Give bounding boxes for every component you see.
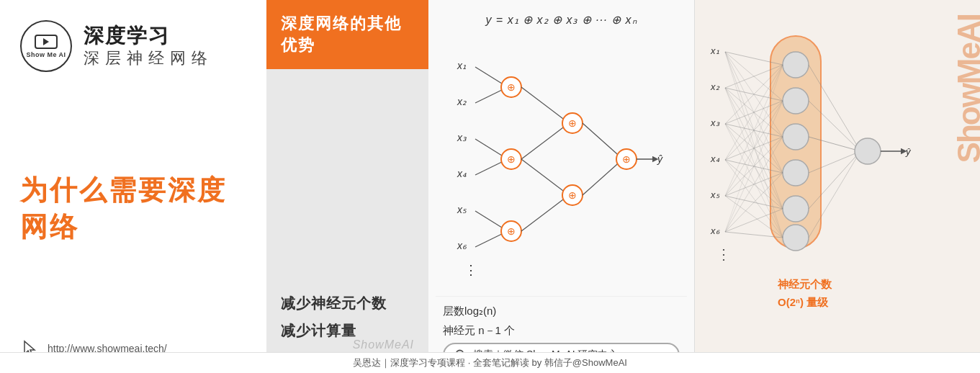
svg-point-46: [783, 160, 809, 186]
svg-point-45: [783, 124, 809, 150]
svg-point-48: [783, 225, 809, 251]
svg-text:O(2ⁿ) 量级: O(2ⁿ) 量级: [778, 296, 829, 308]
play-triangle-icon: [43, 38, 49, 45]
svg-text:x₃: x₃: [710, 117, 720, 128]
svg-text:x₄: x₄: [457, 168, 467, 179]
svg-text:ŷ: ŷ: [657, 153, 663, 165]
brand-title-line1: 深度学习: [84, 24, 213, 48]
svg-line-20: [521, 123, 569, 159]
svg-line-27: [583, 123, 623, 159]
svg-text:⊕: ⊕: [622, 153, 631, 165]
svg-line-22: [521, 159, 569, 195]
layer-count-label: 层数log₂(n): [443, 301, 680, 320]
caption-text: 吴恩达｜深度学习专项课程 · 全套笔记解读 by 韩信子@ShowMeAI: [353, 356, 627, 369]
svg-text:x₄: x₄: [710, 153, 720, 164]
svg-point-47: [783, 196, 809, 222]
svg-text:x₅: x₅: [457, 204, 467, 215]
brand-title-line2: 深层神经网络: [84, 48, 213, 69]
svg-text:ŷ: ŷ: [905, 146, 912, 157]
tree-diagram: x₁ x₂ x₃ x₄ x₅ x₆ ⋮ ⊕ ⊕: [436, 30, 687, 296]
page-wrapper: Show Me AI 深度学习 深层神经网络 为什么需要深度网络 http://…: [0, 0, 980, 373]
formula-display: y = x₁ ⊕ x₂ ⊕ x₃ ⊕ ··· ⊕ xₙ: [485, 14, 637, 26]
logo-area: Show Me AI 深度学习 深层神经网络: [20, 20, 213, 72]
svg-line-19: [521, 87, 569, 123]
svg-point-43: [783, 52, 809, 78]
xor-tree-svg: x₁ x₂ x₃ x₄ x₅ x₆ ⋮ ⊕ ⊕: [436, 30, 688, 289]
logo-text: Show Me AI: [26, 51, 66, 58]
svg-text:神经元个数: 神经元个数: [777, 278, 832, 290]
svg-text:⊕: ⊕: [568, 189, 577, 201]
neuron-label: 神经元 n－1 个: [443, 324, 515, 336]
svg-text:x₂: x₂: [710, 81, 720, 92]
advantage-title: 深度网络的其他优势: [281, 13, 414, 56]
svg-text:x₂: x₂: [457, 96, 467, 107]
benefit-list: 减少神经元个数 减少计算量: [281, 289, 414, 344]
formula-text: y = x₁ ⊕ x₂ ⊕ x₃ ⊕ ··· ⊕ xₙ: [485, 13, 637, 27]
svg-text:x₃: x₃: [457, 132, 467, 143]
middle-body: 减少神经元个数 减少计算量 ShowMeAI: [266, 69, 428, 373]
neural-network-svg: x₁ x₂ x₃ x₄ x₅ x₆ ⋮: [695, 0, 968, 331]
svg-text:⋮: ⋮: [716, 246, 731, 262]
svg-text:x₁: x₁: [710, 45, 719, 56]
svg-text:x₆: x₆: [710, 225, 720, 236]
benefit-item-1: 减少神经元个数: [281, 289, 414, 317]
middle-watermark: ShowMeAI: [353, 338, 414, 351]
neuron-count-label: 神经元 n－1 个: [443, 320, 680, 340]
middle-header: 深度网络的其他优势: [266, 0, 428, 69]
logo-icon: [35, 35, 58, 49]
svg-text:⋮: ⋮: [464, 263, 477, 277]
svg-text:x₆: x₆: [457, 240, 467, 251]
svg-text:⊕: ⊕: [507, 225, 516, 237]
right-panel: ShowMeAI x₁ x₂ x₃ x₄ x₅ x₆ ⋮: [695, 0, 980, 373]
logo-text-block: 深度学习 深层神经网络: [84, 24, 213, 68]
svg-point-91: [855, 138, 881, 164]
svg-line-21: [521, 195, 569, 231]
diagram-panel: y = x₁ ⊕ x₂ ⊕ x₃ ⊕ ··· ⊕ xₙ x₁ x₂ x₃ x₄ …: [428, 0, 695, 373]
logo-circle: Show Me AI: [20, 20, 72, 72]
svg-text:x₅: x₅: [710, 189, 720, 200]
svg-point-44: [783, 88, 809, 114]
page-subtitle: 为什么需要深度网络: [20, 172, 252, 246]
svg-line-28: [583, 159, 623, 195]
svg-text:x₁: x₁: [457, 60, 467, 71]
svg-text:⊕: ⊕: [568, 117, 577, 129]
middle-panel: 深度网络的其他优势 减少神经元个数 减少计算量 ShowMeAI: [266, 0, 428, 373]
svg-text:⊕: ⊕: [507, 81, 516, 93]
caption-bar: 吴恩达｜深度学习专项课程 · 全套笔记解读 by 韩信子@ShowMeAI: [0, 352, 980, 373]
layer-label: 层数log₂(n): [443, 305, 496, 317]
svg-text:⊕: ⊕: [507, 153, 516, 165]
left-panel: Show Me AI 深度学习 深层神经网络 为什么需要深度网络 http://…: [0, 0, 266, 373]
